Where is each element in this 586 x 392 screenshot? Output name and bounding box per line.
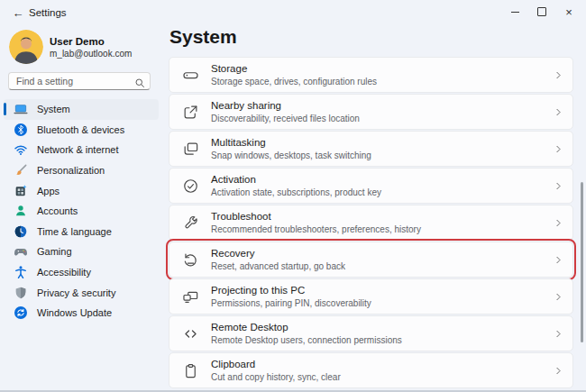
sidebar-item-label: Windows Update <box>37 307 112 318</box>
window-title: Settings <box>29 7 67 18</box>
chevron-right-icon <box>554 366 563 376</box>
sidebar-nav: System Bluetooth & devices Network & int… <box>4 99 159 324</box>
remote-desktop-icon <box>181 325 199 342</box>
user-email: m_lab@outlook.com <box>50 49 132 59</box>
row-subtitle: Reset, advanced startup, go back <box>211 261 345 271</box>
row-subtitle: Remote Desktop users, connection permiss… <box>211 335 402 345</box>
chevron-right-icon <box>554 255 563 265</box>
recovery-reset-icon <box>181 251 199 269</box>
page-title: System <box>169 26 237 48</box>
row-subtitle: Cut and copy history, sync, clear <box>211 372 341 382</box>
user-name: User Demo <box>50 36 105 47</box>
row-title: Clipboard <box>211 359 341 369</box>
sidebar-item-windows-update[interactable]: Windows Update <box>4 303 159 324</box>
row-title: Storage <box>211 63 377 74</box>
sidebar-item-label: Accounts <box>37 205 78 216</box>
sidebar-item-label: Personalization <box>37 165 105 176</box>
settings-row-storage[interactable]: Storage Storage space, drives, configura… <box>169 57 573 93</box>
row-subtitle: Activation state, subscriptions, product… <box>211 187 381 197</box>
chevron-right-icon <box>554 144 563 154</box>
settings-row-remote-desktop[interactable]: Remote Desktop Remote Desktop users, con… <box>169 315 573 351</box>
person-icon <box>13 204 28 219</box>
maximize-button[interactable] <box>528 2 555 22</box>
sidebar-item-time-language[interactable]: Time & language <box>4 222 159 242</box>
activation-icon <box>181 178 199 195</box>
row-subtitle: Permissions, pairing PIN, discoverabilit… <box>211 298 371 308</box>
apps-icon <box>13 183 28 198</box>
sidebar-item-apps[interactable]: Apps <box>4 180 159 201</box>
shield-icon <box>13 285 28 300</box>
minimize-icon <box>511 12 519 13</box>
close-icon: × <box>565 6 572 18</box>
row-subtitle: Storage space, drives, configuration rul… <box>211 77 377 87</box>
search-box <box>8 72 151 90</box>
sidebar-item-label: Bluetooth & devices <box>37 124 124 135</box>
clock-globe-icon <box>13 223 28 239</box>
multitasking-icon <box>181 141 199 158</box>
sidebar-item-label: Accessibility <box>37 267 91 278</box>
sidebar-item-bluetooth-devices[interactable]: Bluetooth & devices <box>4 120 159 141</box>
accessibility-person-icon <box>13 265 28 280</box>
titlebar: ← Settings × <box>0 0 586 25</box>
sidebar-item-label: Gaming <box>37 246 72 257</box>
settings-list: Storage Storage space, drives, configura… <box>169 57 573 389</box>
chevron-right-icon <box>554 70 563 80</box>
sidebar-item-label: System <box>37 104 70 114</box>
sidebar-item-personalization[interactable]: Personalization <box>4 160 159 181</box>
wifi-icon <box>13 142 28 158</box>
settings-row-activation[interactable]: Activation Activation state, subscriptio… <box>169 168 573 204</box>
window-controls: × <box>501 2 582 22</box>
sidebar-item-label: Network & internet <box>37 144 118 155</box>
row-subtitle: Snap windows, desktops, task switching <box>211 150 371 160</box>
sidebar-item-label: Time & language <box>37 226 112 237</box>
minimize-button[interactable] <box>501 2 528 22</box>
settings-row-troubleshoot[interactable]: Troubleshoot Recommended troubleshooters… <box>169 205 573 241</box>
settings-row-projecting[interactable]: Projecting to this PC Permissions, pairi… <box>169 278 573 315</box>
search-input[interactable] <box>8 72 151 90</box>
row-subtitle: Discoverability, received files location <box>211 114 360 123</box>
selection-indicator <box>4 103 6 115</box>
row-title: Activation <box>211 174 381 185</box>
settings-row-recovery[interactable]: Recovery Reset, advanced startup, go bac… <box>169 242 573 278</box>
chevron-right-icon <box>554 292 563 302</box>
chevron-right-icon <box>554 181 563 191</box>
update-arrows-icon <box>13 305 28 321</box>
row-subtitle: Recommended troubleshooters, preferences… <box>211 224 421 234</box>
settings-row-clipboard[interactable]: Clipboard Cut and copy history, sync, cl… <box>169 352 573 388</box>
sidebar-item-system[interactable]: System <box>4 99 159 120</box>
row-title: Remote Desktop <box>211 322 402 333</box>
close-button[interactable]: × <box>555 2 582 22</box>
sidebar-item-network-internet[interactable]: Network & internet <box>4 140 159 160</box>
storage-icon <box>181 67 199 84</box>
row-title: Projecting to this PC <box>211 285 371 296</box>
game-controller-icon <box>13 244 28 260</box>
scrollbar-thumb[interactable] <box>581 182 583 342</box>
sidebar-item-privacy-security[interactable]: Privacy & security <box>4 282 159 303</box>
maximize-icon <box>537 7 546 16</box>
settings-window: ← Settings × User Demo m_lab@outlook.com <box>0 0 586 392</box>
nearby-sharing-icon <box>181 104 199 121</box>
sidebar-item-label: Apps <box>37 186 60 196</box>
row-title: Multitasking <box>211 137 371 148</box>
projecting-screens-icon <box>181 288 199 305</box>
sidebar-item-accessibility[interactable]: Accessibility <box>4 262 159 283</box>
bluetooth-icon <box>13 122 28 137</box>
sidebar-item-accounts[interactable]: Accounts <box>4 201 159 222</box>
avatar[interactable] <box>9 30 43 64</box>
settings-row-nearby-sharing[interactable]: Nearby sharing Discoverability, received… <box>169 94 573 130</box>
clipboard-icon <box>181 362 199 379</box>
chevron-right-icon <box>554 329 563 339</box>
wrench-icon <box>181 214 199 232</box>
system-icon <box>13 102 28 117</box>
search-icon <box>134 76 145 92</box>
row-title: Recovery <box>211 248 345 259</box>
row-title: Troubleshoot <box>211 211 421 222</box>
chevron-right-icon <box>554 107 563 117</box>
sidebar-item-gaming[interactable]: Gaming <box>4 242 159 262</box>
chevron-right-icon <box>554 218 563 228</box>
row-title: Nearby sharing <box>211 100 360 111</box>
settings-row-multitasking[interactable]: Multitasking Snap windows, desktops, tas… <box>169 131 573 167</box>
paintbrush-icon <box>13 163 28 178</box>
back-button[interactable]: ← <box>9 5 27 21</box>
sidebar-item-label: Privacy & security <box>37 287 115 298</box>
